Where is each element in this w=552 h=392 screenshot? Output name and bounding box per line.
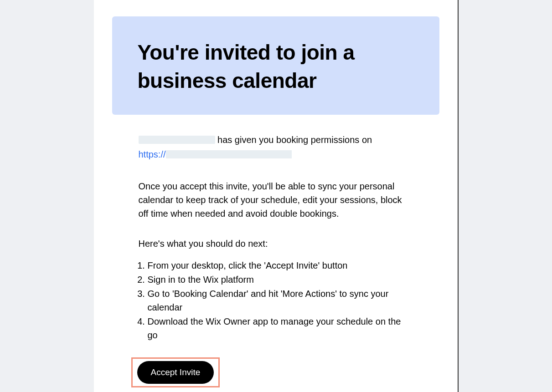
content-wrap: You're invited to join a business calend…	[94, 0, 458, 392]
step-item: Download the Wix Owner app to manage you…	[148, 315, 413, 342]
site-link[interactable]: https://	[139, 149, 166, 159]
accept-invite-button[interactable]: Accept Invite	[137, 361, 214, 384]
link-prefix: https://	[139, 149, 166, 159]
redacted-url	[166, 150, 292, 158]
step-item: Go to 'Booking Calendar' and hit 'More A…	[148, 287, 413, 314]
step-item: From your desktop, click the 'Accept Inv…	[148, 259, 413, 272]
body-section: has given you booking permissions on htt…	[112, 133, 439, 392]
redacted-sender-name	[139, 136, 215, 144]
intro-suffix: has given you booking permissions on	[215, 135, 372, 145]
step-item: Sign in to the Wix platform	[148, 273, 413, 286]
hero-title: You're invited to join a business calend…	[138, 38, 414, 95]
cta-highlight-box: Accept Invite	[131, 357, 220, 387]
intro-line: has given you booking permissions on	[139, 133, 413, 147]
next-steps-label: Here's what you should do next:	[139, 237, 413, 250]
site-link-line: https://	[139, 148, 413, 161]
description-paragraph: Once you accept this invite, you'll be a…	[139, 179, 413, 220]
email-page: You're invited to join a business calend…	[94, 0, 459, 392]
hero-banner: You're invited to join a business calend…	[112, 16, 439, 115]
cta-wrap: Accept Invite	[131, 357, 413, 387]
steps-list: From your desktop, click the 'Accept Inv…	[139, 259, 413, 342]
